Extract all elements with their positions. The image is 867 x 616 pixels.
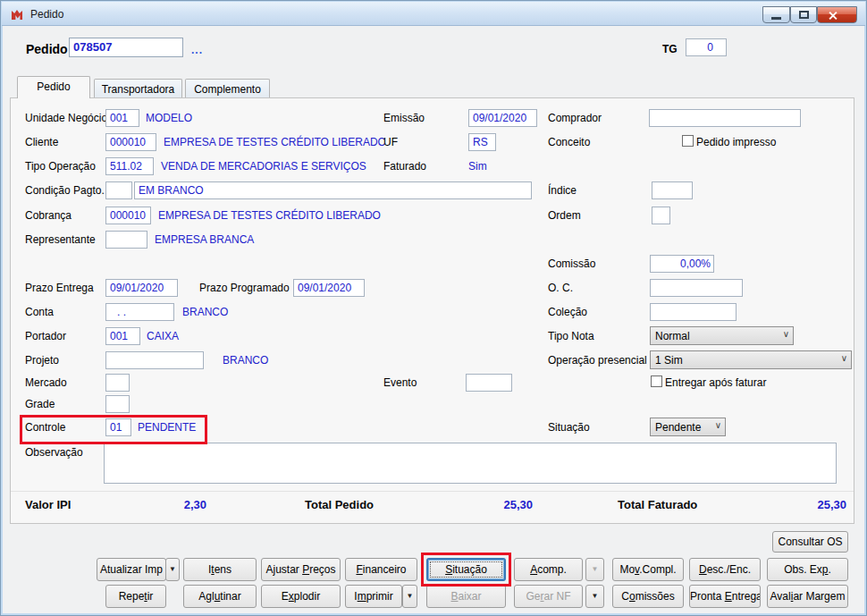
close-button[interactable]	[817, 6, 857, 23]
controle-desc: PENDENTE	[138, 421, 196, 434]
prazo-programado-input[interactable]: 09/01/2020	[293, 279, 365, 297]
situacao-select[interactable]: Pendente ∨	[650, 418, 726, 436]
unidade-negocio-label: Unidade Negócio	[25, 112, 107, 124]
situacao-button[interactable]: Situação	[426, 558, 506, 581]
itens-button[interactable]: Itens	[183, 558, 257, 581]
situacao-label: Situação	[548, 421, 590, 434]
chevron-down-icon: ∨	[783, 329, 789, 339]
button-label-part: Aval	[770, 590, 791, 603]
cliente-input[interactable]: 000010	[105, 133, 156, 151]
representante-input[interactable]	[105, 231, 147, 249]
comprador-input[interactable]	[649, 109, 801, 127]
ajustar-precos-button[interactable]: Ajustar Preços	[261, 558, 341, 581]
portador-input[interactable]: 001	[105, 327, 140, 345]
evento-input[interactable]	[466, 374, 512, 392]
obs-exp-button[interactable]: Obs. Exp.	[767, 558, 848, 581]
mov-compl-button[interactable]: Mov.Compl.	[612, 558, 684, 581]
maximize-button[interactable]	[790, 6, 817, 23]
ordem-label: Ordem	[548, 209, 581, 222]
total-pedido-label: Total Pedido	[305, 498, 374, 511]
projeto-desc: BRANCO	[223, 354, 268, 367]
projeto-label: Projeto	[25, 354, 59, 367]
pedido-impresso-checkbox[interactable]	[682, 135, 694, 147]
conta-desc: BRANCO	[182, 306, 228, 318]
gerar-nf-button[interactable]: Gerar NF	[514, 585, 583, 608]
tab-pedido[interactable]: Pedido	[17, 76, 90, 98]
uf-input[interactable]: RS	[468, 133, 496, 151]
cobranca-desc: EMPRESA DE TESTES CRÉDITO LIBERADO	[158, 209, 381, 222]
projeto-input[interactable]	[105, 351, 204, 369]
button-label-part: S	[445, 563, 452, 576]
mercado-input[interactable]	[105, 374, 130, 392]
button-label-part: primir	[366, 590, 393, 603]
baixar-button[interactable]: Baixar	[426, 585, 506, 608]
tipo-operacao-input[interactable]: 511.02	[105, 157, 154, 175]
unidade-negocio-input[interactable]: 001	[105, 109, 139, 127]
consultar-os-button[interactable]: Consultar OS	[772, 531, 848, 553]
tab-complemento[interactable]: Complemento	[185, 79, 270, 98]
comissao-input[interactable]: 0,00%	[650, 255, 714, 273]
indice-input[interactable]	[652, 181, 693, 199]
financeiro-button[interactable]: Financeiro	[345, 558, 417, 581]
desc-enc-button[interactable]: Desc./Enc.	[689, 558, 761, 581]
pedido-lookup-button[interactable]: ...	[191, 44, 203, 56]
tipo-nota-select[interactable]: Normal ∨	[650, 326, 794, 345]
total-faturado-value: 25,30	[743, 498, 846, 511]
imprimir-button[interactable]: Imprimir	[345, 585, 402, 608]
prazo-entrega-input[interactable]: 09/01/2020	[105, 279, 178, 297]
grade-input[interactable]	[105, 395, 130, 413]
valor-ipi-value: 2,30	[108, 498, 206, 511]
pedido-label: Pedido	[26, 42, 68, 56]
button-label-part: m	[358, 590, 366, 603]
entregar-apos-faturar-checkbox[interactable]	[651, 376, 662, 387]
observacao-textarea[interactable]	[104, 443, 837, 484]
aglutinar-button[interactable]: Aglutinar	[183, 585, 257, 608]
oc-input[interactable]	[650, 279, 743, 297]
conta-input[interactable]: . .	[105, 303, 174, 321]
minimize-button[interactable]	[762, 6, 790, 23]
controle-input[interactable]: 01	[105, 418, 131, 436]
pedido-number-input[interactable]: 078507	[69, 38, 183, 57]
condicao-pagto-desc-field[interactable]: EM BRANCO	[134, 181, 532, 199]
faturado-label: Faturado	[383, 160, 426, 173]
dropdown-arrow-icon: ▼	[169, 565, 176, 573]
dropdown-arrow-icon: ▼	[407, 592, 414, 600]
button-label-part: Mo	[619, 563, 635, 576]
chevron-down-icon: ∨	[715, 420, 721, 430]
situacao-value: Pendente	[655, 421, 701, 434]
operacao-presencial-select[interactable]: 1 Sim ∨	[650, 350, 852, 369]
cliente-desc: EMPRESA DE TESTES CRÉDITO LIBERADC	[164, 136, 385, 148]
imprimir-dropdown-button[interactable]: ▼	[402, 585, 417, 608]
button-label-part: esc./Enc.	[707, 563, 751, 576]
condicao-pagto-input[interactable]	[105, 181, 132, 199]
button-label-part: Atualizar Imp	[100, 563, 163, 576]
acomp-button[interactable]: Acomp.	[514, 558, 583, 581]
button-label-part: missões	[636, 590, 675, 603]
tab-transportadora[interactable]: Transportadora	[94, 79, 182, 98]
explodir-button[interactable]: Explodir	[261, 585, 341, 608]
ordem-input[interactable]	[652, 207, 670, 224]
prazo-entrega-label: Prazo Entrega	[25, 282, 94, 294]
prazo-programado-label: Prazo Programado	[199, 282, 290, 294]
repetir-button[interactable]: Repetir	[105, 585, 166, 608]
comissoes-button[interactable]: Comissões	[612, 585, 684, 608]
pronta-entrega-button[interactable]: Pronta Entrega	[689, 585, 761, 608]
button-label-part: Consultar OS	[778, 536, 842, 548]
colecao-input[interactable]	[650, 303, 737, 321]
tg-input[interactable]: 0	[686, 38, 727, 56]
grade-label: Grade	[25, 398, 55, 410]
emissao-input[interactable]: 09/01/2020	[468, 109, 537, 127]
cobranca-label: Cobrança	[25, 209, 72, 222]
tipo-nota-value: Normal	[655, 330, 690, 342]
cobranca-input[interactable]: 000010	[105, 207, 151, 224]
gerar-nf-dropdown-button[interactable]: ▼	[585, 585, 604, 608]
button-label-part: aixar	[459, 590, 482, 603]
uf-label: UF	[383, 136, 398, 148]
button-label-part: Ge	[526, 590, 540, 603]
atualizar-imp-button[interactable]: Atualizar Imp	[97, 558, 166, 581]
valor-ipi-label: Valor IPI	[25, 498, 71, 511]
controle-label: Controle	[25, 421, 65, 434]
acomp-dropdown-button[interactable]: ▼	[585, 558, 604, 581]
avaliar-margem-button[interactable]: Avaliar Margem	[767, 585, 848, 608]
atualizar-imp-dropdown-button[interactable]: ▼	[165, 558, 180, 581]
